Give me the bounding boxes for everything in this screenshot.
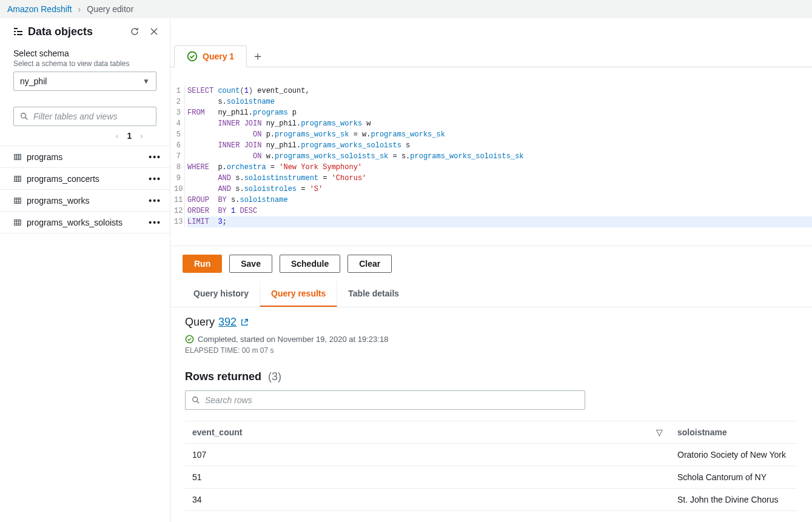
search-icon — [20, 112, 29, 121]
result-table: event_count ▽ soloistname 107Oratorio So… — [185, 421, 797, 511]
code-line[interactable]: AND s.soloistinstrument = 'Chorus' — [187, 173, 812, 184]
table-item[interactable]: programs_works••• — [0, 190, 170, 212]
code-editor[interactable]: 12345678910111213 SELECT count(1) event_… — [170, 67, 812, 246]
code-line[interactable]: s.soloistname — [187, 96, 812, 107]
code-line[interactable]: ON w.programs_works_soloists_sk = s.prog… — [187, 151, 812, 162]
tables-list: programs•••programs_concerts•••programs_… — [0, 146, 170, 233]
run-button[interactable]: Run — [183, 255, 222, 273]
chevron-right-icon: › — [78, 4, 81, 14]
schedule-button[interactable]: Schedule — [280, 255, 340, 273]
code-line[interactable]: INNER JOIN ny_phil.programs_works w — [187, 118, 812, 129]
cell-soloistname: Oratorio Society of New York — [670, 444, 797, 466]
sort-desc-icon: ▽ — [656, 427, 663, 437]
results-body: Query 392 Completed, started on November… — [170, 307, 812, 522]
tree-icon — [13, 27, 23, 36]
table-icon — [13, 218, 22, 227]
table-name: programs_works_soloists — [27, 218, 144, 227]
caret-down-icon: ▼ — [143, 77, 150, 85]
rows-returned-heading: Rows returned (3) — [185, 370, 797, 383]
rows-search-input[interactable] — [205, 395, 579, 405]
cell-event-count: 34 — [185, 489, 670, 511]
table-pager: ‹ 1 › — [13, 126, 156, 146]
sidebar: Data objects Select schema Select a sche… — [0, 18, 170, 522]
code-line[interactable]: AND s.soloistroles = 'S' — [187, 184, 812, 195]
schema-select[interactable]: ny_phil ▼ — [13, 72, 156, 91]
query-heading: Query 392 — [185, 316, 797, 329]
sidebar-title: Data objects — [13, 25, 122, 38]
tab-table-details[interactable]: Table details — [337, 281, 410, 307]
code-line[interactable]: INNER JOIN ny_phil.programs_works_solois… — [187, 140, 812, 151]
table-actions-menu[interactable]: ••• — [149, 152, 161, 162]
breadcrumb-service[interactable]: Amazon Redshift — [7, 4, 72, 14]
table-name: programs_concerts — [27, 174, 144, 184]
code-line[interactable]: SELECT count(1) event_count, — [187, 85, 812, 96]
code-line[interactable]: ON p.programs_works_sk = w.programs_work… — [187, 129, 812, 140]
external-link-icon[interactable] — [240, 318, 249, 327]
query-status: Completed, started on November 19, 2020 … — [185, 335, 797, 344]
table-name: programs_works — [27, 196, 144, 206]
query-tab-1[interactable]: Query 1 — [174, 45, 247, 67]
pager-next[interactable]: › — [140, 131, 143, 141]
code-line[interactable]: GROUP BY s.soloistname — [187, 195, 812, 206]
save-button[interactable]: Save — [229, 255, 272, 273]
rows-search-wrap[interactable] — [185, 390, 585, 410]
tab-query-history[interactable]: Query history — [183, 281, 260, 307]
search-icon — [192, 396, 200, 404]
add-query-tab-button[interactable]: ＋ — [247, 48, 269, 64]
code-line[interactable]: FROM ny_phil.programs p — [187, 107, 812, 118]
cell-event-count: 51 — [185, 466, 670, 489]
col-event-count[interactable]: event_count ▽ — [185, 421, 670, 444]
refresh-button[interactable] — [127, 24, 142, 39]
clear-button[interactable]: Clear — [347, 255, 392, 273]
breadcrumb-current: Query editor — [87, 4, 133, 14]
code-line[interactable]: ORDER BY 1 DESC — [187, 206, 812, 216]
query-actions: Run Save Schedule Clear — [170, 246, 812, 281]
results-tabs: Query history Query results Table detail… — [170, 281, 812, 307]
table-icon — [13, 153, 22, 161]
svg-point-0 — [21, 113, 26, 118]
editor-gutter: 12345678910111213 — [170, 85, 185, 227]
table-row: 34St. John the Divine Chorus — [185, 489, 797, 511]
table-actions-menu[interactable]: ••• — [149, 218, 161, 227]
table-row: 107Oratorio Society of New York — [185, 444, 797, 466]
table-icon — [13, 196, 22, 205]
cell-soloistname: St. John the Divine Chorus — [670, 489, 797, 511]
editor-code[interactable]: SELECT count(1) event_count, s.soloistna… — [185, 85, 812, 227]
cell-soloistname: Schola Cantorum of NY — [670, 466, 797, 489]
query-tab-label: Query 1 — [203, 52, 234, 61]
breadcrumb: Amazon Redshift › Query editor — [0, 0, 812, 18]
check-circle-icon — [187, 51, 198, 62]
check-circle-icon — [185, 335, 194, 344]
query-id-link[interactable]: 392 — [218, 316, 237, 329]
table-item[interactable]: programs••• — [0, 146, 170, 168]
query-tabs: Query 1 ＋ — [170, 45, 812, 67]
table-actions-menu[interactable]: ••• — [149, 196, 161, 206]
tab-query-results[interactable]: Query results — [260, 281, 337, 307]
code-line[interactable]: WHERE p.orchestra = 'New York Symphony' — [187, 162, 812, 173]
svg-point-3 — [193, 397, 198, 402]
col-soloistname[interactable]: soloistname — [670, 421, 797, 444]
pager-prev[interactable]: ‹ — [116, 131, 119, 141]
filter-input-wrap[interactable] — [13, 107, 156, 126]
main: Query 1 ＋ 12345678910111213 SELECT count… — [170, 18, 812, 522]
schema-label: Select schema — [13, 49, 156, 58]
table-actions-menu[interactable]: ••• — [149, 174, 161, 184]
table-item[interactable]: programs_concerts••• — [0, 168, 170, 190]
elapsed-time: ELAPSED TIME: 00 m 07 s — [185, 346, 797, 355]
schema-hint: Select a schema to view data tables — [13, 59, 156, 68]
cell-event-count: 107 — [185, 444, 670, 466]
close-sidebar-button[interactable] — [147, 24, 161, 39]
code-line[interactable]: LIMIT 3; — [187, 216, 812, 227]
table-name: programs — [27, 152, 144, 162]
table-icon — [13, 175, 22, 183]
schema-select-value: ny_phil — [20, 76, 47, 86]
pager-page-number: 1 — [127, 131, 132, 141]
filter-input[interactable] — [33, 112, 150, 121]
table-item[interactable]: programs_works_soloists••• — [0, 212, 170, 233]
table-row: 51Schola Cantorum of NY — [185, 466, 797, 489]
